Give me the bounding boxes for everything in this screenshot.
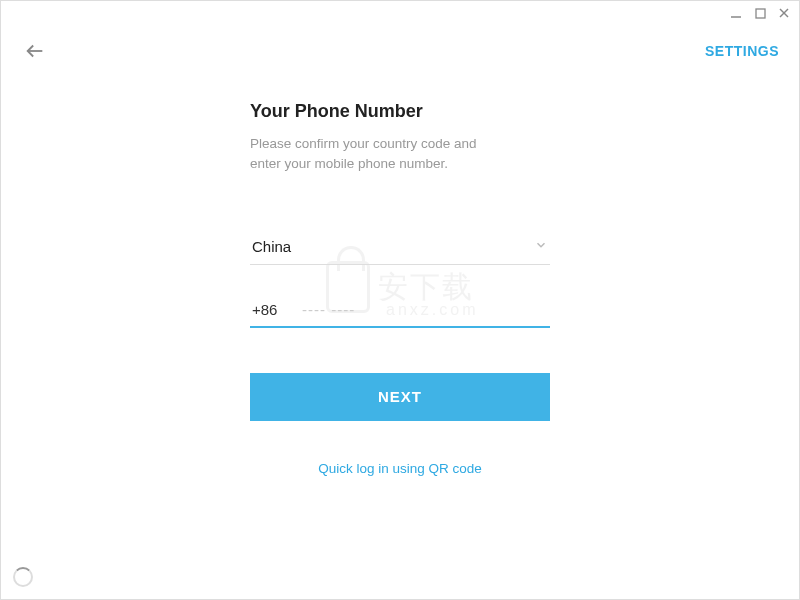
country-code: +86 [252, 301, 302, 318]
login-form: Your Phone Number Please confirm your co… [250, 101, 550, 476]
page-title: Your Phone Number [250, 101, 550, 122]
minimize-button[interactable] [729, 6, 743, 20]
maximize-button[interactable] [753, 6, 767, 20]
chevron-down-icon [534, 238, 548, 256]
settings-link[interactable]: SETTINGS [705, 43, 779, 59]
country-name: China [252, 238, 291, 255]
phone-row: +86 [250, 293, 550, 328]
next-button[interactable]: NEXT [250, 373, 550, 421]
page-subtitle: Please confirm your country code and ent… [250, 134, 550, 175]
top-bar: SETTINGS [1, 31, 799, 71]
phone-input[interactable] [302, 301, 548, 318]
loading-spinner-icon [13, 567, 33, 587]
country-select[interactable]: China [250, 230, 550, 265]
qr-login-link[interactable]: Quick log in using QR code [250, 461, 550, 476]
close-button[interactable] [777, 6, 791, 20]
svg-rect-1 [756, 9, 765, 18]
window-titlebar [729, 1, 799, 25]
back-button[interactable] [21, 37, 49, 65]
